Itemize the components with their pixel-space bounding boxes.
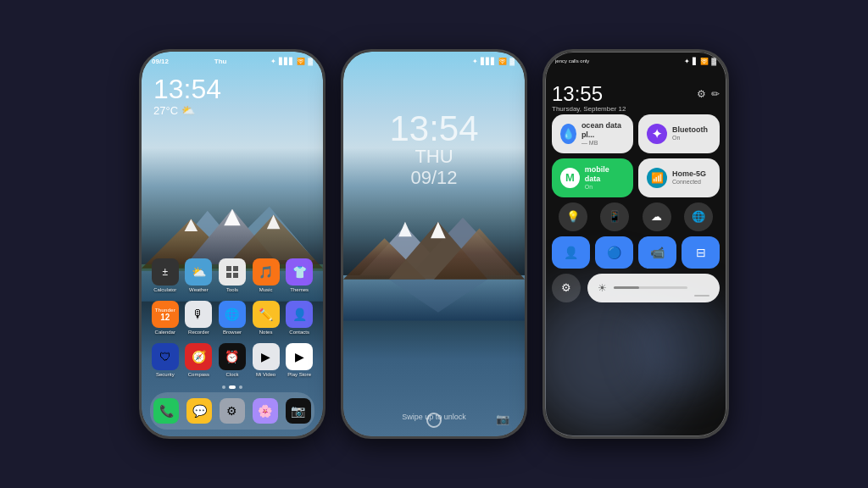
weather-icon: ⛅ — [181, 104, 195, 117]
wifi-tile-title: Home-5G — [672, 169, 706, 179]
mobile-data-title: ocean data pl... — [581, 121, 625, 140]
action-video-btn[interactable]: 📹 — [638, 236, 676, 269]
mi-video-icon: ▶ — [253, 343, 280, 370]
wifi-icon-2: 🛜 — [498, 58, 507, 65]
play-store-icon: ▶ — [286, 343, 313, 370]
wifi-tile-sub: Connected — [672, 179, 706, 186]
app-row-3: 🛡 Security 🧭 Compass ⏰ Clock ▶ Mi Video … — [148, 343, 316, 377]
lock-camera-icon[interactable]: 📷 — [496, 413, 509, 425]
phone-lock-screen: ✦ ▋▋▋ 🛜 ▓ 13:54 THU 09/12 Swipe up to un… — [341, 49, 527, 439]
app-mi-video[interactable]: ▶ Mi Video — [250, 343, 282, 377]
mobile-data-green-sub: On — [585, 184, 625, 191]
action-split-btn[interactable]: ⊟ — [682, 236, 720, 269]
weather-icon-img: ⛅ — [185, 258, 212, 286]
music-label: Music — [259, 287, 273, 292]
dock-settings[interactable]: ⚙ — [220, 398, 245, 424]
dock-gallery[interactable]: 🌸 — [253, 398, 278, 424]
security-icon: 🛡 — [152, 343, 179, 370]
clock-label: Clock — [225, 372, 238, 377]
toggle-mobile-data[interactable]: 💧 ocean data pl... — MB — [552, 114, 633, 153]
app-recorder[interactable]: 🎙 Recorder — [182, 301, 214, 335]
cloud-icon-btn[interactable]: ☁ — [643, 202, 671, 231]
brightness-bar — [614, 286, 687, 289]
bluetooth-tile-sub: On — [672, 135, 708, 141]
lock-day: THU — [343, 147, 525, 167]
app-dock: 📞 💬 ⚙ 🌸 📷 — [150, 392, 314, 430]
tools-icon — [219, 258, 246, 286]
settings-round-btn[interactable]: ⚙ — [552, 274, 581, 302]
app-music[interactable]: 🎵 Music — [250, 258, 282, 292]
edit-icon-control[interactable]: ✏ — [711, 89, 720, 99]
app-browser[interactable]: 🌐 Browser — [216, 301, 248, 335]
themes-label: Themes — [290, 287, 309, 292]
recorder-label: Recorder — [188, 330, 209, 335]
emergency-calls-text: jency calls only — [555, 58, 589, 64]
status-date-1: 09/12 — [152, 58, 169, 65]
dock-messages[interactable]: 💬 — [186, 398, 212, 424]
brightness-slider[interactable]: ☀ — [587, 274, 720, 302]
bottom-controls-row: ⚙ ☀ — [552, 274, 720, 302]
signal-icon-3: ▋ — [693, 58, 698, 65]
control-time-row: 13:55 ⚙ ✏ — [552, 84, 720, 104]
status-icons-2: ✦ ▋▋▋ 🛜 ▓ — [472, 58, 515, 65]
clock-icon: ⏰ — [219, 343, 246, 370]
play-store-label: Play Store — [287, 372, 311, 377]
dot-2-active — [229, 385, 236, 389]
bluetooth-tile-title: Bluetooth — [672, 125, 708, 135]
calculator-label: Calculator — [153, 287, 176, 292]
action-circle-btn[interactable]: 🔵 — [595, 236, 633, 269]
status-bar-3: jency calls only ✦ ▋ 🛜 ▓ — [545, 52, 726, 70]
toggle-mobile-data-green[interactable]: M mobile data On — [552, 158, 633, 197]
compass-icon: 🧭 — [185, 343, 212, 370]
app-row-1: ± Calculator ⛅ Weather Tools 🎵 Music — [148, 258, 316, 292]
contacts-label: Contacts — [289, 330, 309, 335]
dock-phone[interactable]: 📞 — [153, 398, 179, 424]
notes-label: Notes — [259, 330, 273, 335]
app-weather[interactable]: ⛅ Weather — [182, 258, 214, 292]
page-dots — [142, 385, 323, 389]
settings-icon-control[interactable]: ⚙ — [697, 89, 706, 99]
lock-date: 09/12 — [343, 167, 525, 189]
mi-video-label: Mi Video — [256, 372, 275, 377]
app-contacts[interactable]: 👤 Contacts — [283, 301, 315, 335]
globe-icon-btn[interactable]: 🌐 — [684, 202, 713, 231]
wifi-icon: 🛜 — [297, 58, 305, 65]
toggle-wifi[interactable]: 📶 Home-5G Connected — [638, 158, 720, 197]
control-date: Thursday, September 12 — [552, 105, 720, 113]
home-time-display: 13:54 27°C ⛅ — [153, 75, 221, 117]
browser-icon: 🌐 — [219, 301, 246, 328]
svg-rect-12 — [226, 273, 231, 278]
themes-icon: 👕 — [286, 258, 313, 286]
wifi-tile-icon: 📶 — [647, 168, 667, 188]
app-play-store[interactable]: ▶ Play Store — [283, 343, 315, 377]
wifi-icon-3: 🛜 — [700, 58, 709, 65]
action-profile-btn[interactable]: 👤 — [552, 236, 590, 269]
phone-home-screen: 09/12 Thu ✦ ▋▋▋ 🛜 ▓ 13:54 27°C ⛅ ± C — [139, 49, 326, 439]
mobile-data-text: ocean data pl... — MB — [581, 121, 625, 147]
home-weather: 27°C ⛅ — [153, 104, 221, 117]
battery-icon: ▓ — [308, 58, 313, 65]
control-time: 13:55 — [552, 84, 603, 104]
mobile-data-sub: — MB — [581, 140, 625, 147]
rotate-icon-btn[interactable]: 📱 — [600, 202, 629, 231]
status-bar-2: ✦ ▋▋▋ 🛜 ▓ — [343, 52, 525, 70]
app-clock[interactable]: ⏰ Clock — [216, 343, 248, 377]
browser-label: Browser — [223, 330, 242, 335]
app-security[interactable]: 🛡 Security — [149, 343, 181, 377]
app-tools[interactable]: Tools — [216, 258, 248, 292]
svg-marker-20 — [398, 222, 412, 237]
app-calendar[interactable]: Thunder12 Calendar — [149, 301, 181, 335]
app-notes[interactable]: ✏️ Notes — [250, 301, 282, 335]
dot-3 — [239, 385, 242, 389]
app-calculator[interactable]: ± Calculator — [149, 258, 181, 292]
compass-label: Compass — [188, 372, 209, 377]
contacts-icon: 👤 — [286, 301, 313, 328]
dot-1 — [222, 385, 225, 389]
svg-rect-10 — [226, 266, 231, 271]
app-compass[interactable]: 🧭 Compass — [182, 343, 214, 377]
signal-icon-2: ▋▋▋ — [481, 58, 496, 65]
torch-icon-btn[interactable]: 💡 — [559, 202, 587, 231]
toggle-bluetooth[interactable]: ✦ Bluetooth On — [638, 114, 720, 153]
app-themes[interactable]: 👕 Themes — [283, 258, 315, 292]
dock-camera[interactable]: 📷 — [286, 398, 311, 424]
